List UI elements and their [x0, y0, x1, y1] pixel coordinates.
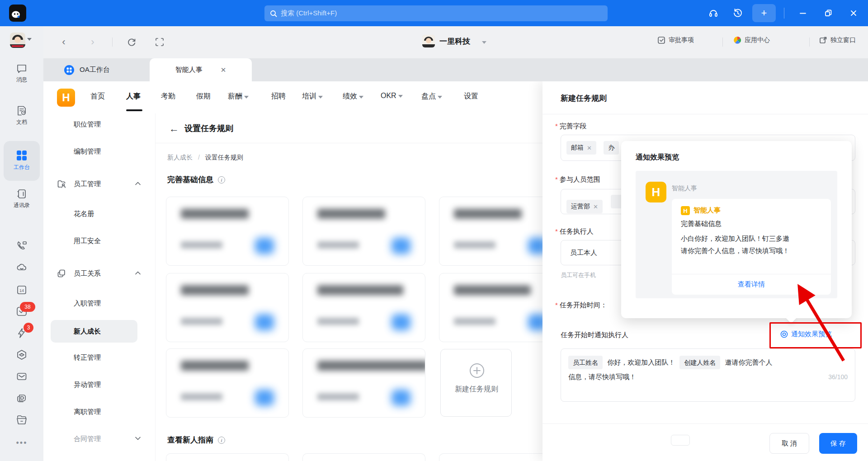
task-rule-card[interactable]	[166, 348, 289, 418]
menu-item-position-mgmt[interactable]: 职位管理	[74, 120, 101, 129]
sidebar-item-todo[interactable]: 38	[0, 306, 43, 317]
workbench-grid-icon	[15, 149, 28, 162]
field-chip-email[interactable]: 邮箱✕	[566, 141, 596, 155]
hidden-partial-button[interactable]	[671, 435, 690, 446]
drawer-divider	[542, 114, 868, 114]
sidebar-item-contacts[interactable]: 通讯录	[0, 188, 43, 209]
minimize-button[interactable]	[794, 4, 812, 22]
nav-leave[interactable]: 假期	[196, 92, 211, 101]
tab-oa-workbench[interactable]: OA工作台	[64, 58, 110, 81]
cancel-button[interactable]: 取 消	[769, 433, 809, 454]
user-avatar[interactable]	[10, 33, 25, 48]
sidebar-item-workbench[interactable]: 工作台	[0, 149, 43, 171]
task-rule-card[interactable]	[166, 197, 289, 266]
left-rail: 消息 文档 工作台 通讯录 14 38	[0, 26, 43, 461]
breadcrumb-parent[interactable]: 新人成长	[167, 154, 193, 161]
info-icon[interactable]: i	[218, 176, 225, 183]
menu-item-transfer-mgmt[interactable]: 异动管理	[74, 381, 101, 389]
dingtalk-logo-icon[interactable]	[9, 5, 26, 22]
d-doc-icon	[16, 392, 28, 404]
org-caret-icon[interactable]	[482, 40, 486, 44]
nav-inventory[interactable]: 盘点	[421, 92, 442, 101]
global-search-input[interactable]: 搜索 (Ctrl+Shift+F)	[264, 5, 608, 21]
standalone-window-button[interactable]: 独立窗口	[819, 36, 856, 44]
sidebar-item-projects[interactable]	[0, 349, 43, 361]
history-icon[interactable]	[729, 4, 747, 22]
var-chip-employee-name[interactable]: 员工姓名	[568, 356, 603, 369]
approval-items-button[interactable]: 审批事项	[657, 36, 694, 44]
menu-item-employee-mgmt[interactable]: 员工管理	[74, 180, 101, 188]
notify-message-textarea[interactable]: 员工姓名 你好，欢迎加入团队！ 创建人姓名 邀请你完善个人 信息，请尽快填写哦！…	[561, 348, 855, 402]
menu-item-regularization-mgmt[interactable]: 转正管理	[74, 353, 101, 362]
save-button[interactable]: 保 存	[819, 433, 857, 454]
capture-button[interactable]	[152, 34, 167, 50]
menu-item-employment-safety[interactable]: 用工安全	[74, 237, 101, 245]
info-icon[interactable]: i	[218, 437, 225, 444]
footer-divider	[542, 423, 868, 424]
nav-training[interactable]: 培训	[302, 92, 323, 101]
nav-home[interactable]: 首页	[90, 92, 105, 101]
sidebar-item-calls[interactable]	[0, 240, 43, 252]
field-label-start-time: *任务开始时间：	[555, 301, 607, 310]
nav-performance[interactable]: 绩效	[343, 92, 363, 101]
titlebar-divider	[784, 8, 784, 19]
message-body: 小白你好，欢迎加入团队！钉三多邀请你完善个人信息，请尽快填写哦！	[681, 232, 823, 257]
nav-payroll[interactable]: 薪酬	[228, 92, 249, 101]
sidebar-item-flash[interactable]: 3	[0, 327, 43, 339]
smart-hr-logo[interactable]: H	[57, 89, 75, 107]
nav-forward-button[interactable]: ›	[85, 34, 100, 50]
tab-close-icon[interactable]: ✕	[221, 66, 226, 74]
add-button[interactable]: +	[752, 4, 776, 22]
task-rule-card[interactable]	[166, 453, 289, 461]
chevron-up-icon[interactable]	[135, 271, 141, 275]
sidebar-item-docs[interactable]: 文档	[0, 105, 43, 126]
menu-item-onboarding-mgmt[interactable]: 入职管理	[74, 299, 101, 308]
chevron-down-icon[interactable]	[135, 436, 141, 441]
task-rule-card[interactable]	[302, 348, 425, 418]
sidebar-more-icon[interactable]: •••	[0, 438, 43, 448]
task-rule-card[interactable]	[166, 273, 289, 342]
sidebar-item-cloud[interactable]	[0, 262, 43, 273]
refresh-button[interactable]	[124, 34, 139, 50]
nav-settings[interactable]: 设置	[464, 92, 478, 101]
nav-okr[interactable]: OKR	[381, 92, 403, 100]
add-task-rule-card[interactable]: 新建任务规则	[440, 349, 512, 417]
sidebar-item-folder[interactable]	[0, 414, 43, 426]
sidebar-item-messages[interactable]: 消息	[0, 62, 43, 84]
nav-recruit[interactable]: 招聘	[271, 92, 286, 101]
sidebar-item-calendar[interactable]: 14	[0, 284, 43, 296]
nav-back-button[interactable]: ‹	[56, 34, 71, 50]
app-center-button[interactable]: 应用中心	[733, 36, 770, 44]
search-placeholder: 搜索 (Ctrl+Shift+F)	[281, 9, 337, 18]
close-window-button[interactable]	[844, 4, 863, 22]
avatar-caret-icon[interactable]	[27, 37, 32, 41]
page-back-icon[interactable]: ←	[169, 123, 179, 135]
chip-remove-icon[interactable]: ✕	[593, 203, 598, 210]
view-detail-link[interactable]: 查看详情	[672, 280, 831, 289]
menu-item-contract-mgmt[interactable]: 合同管理	[74, 435, 101, 443]
menu-item-roster[interactable]: 花名册	[74, 210, 94, 218]
task-rule-card[interactable]	[302, 453, 425, 461]
task-rule-card[interactable]	[302, 273, 425, 342]
nav-hr[interactable]: 人事	[126, 92, 141, 101]
menu-item-newcomer-growth[interactable]: 新人成长	[74, 327, 101, 336]
menu-item-resignation-mgmt[interactable]: 离职管理	[74, 408, 101, 416]
support-headset-icon[interactable]	[704, 4, 722, 22]
menu-item-headcount-mgmt[interactable]: 编制管理	[74, 147, 101, 156]
chip-remove-icon[interactable]: ✕	[587, 145, 592, 151]
caret-down-icon	[318, 96, 323, 99]
scope-chip-dept[interactable]: 运营部✕	[566, 200, 603, 213]
org-name[interactable]: 一里科技	[439, 36, 470, 47]
chevron-up-icon[interactable]	[135, 181, 141, 186]
nav-attendance[interactable]: 考勤	[161, 92, 175, 101]
oa-grid-icon	[64, 65, 74, 75]
sidebar-item-drive[interactable]	[0, 392, 43, 404]
var-chip-creator-name[interactable]: 创建人姓名	[679, 356, 720, 369]
field-label-scope: *参与人员范围	[555, 175, 600, 184]
sidebar-item-mail[interactable]	[0, 371, 43, 382]
restore-window-button[interactable]	[819, 4, 837, 22]
field-chip-partial[interactable]: 办	[604, 141, 619, 155]
task-rule-card[interactable]	[302, 197, 425, 266]
tab-smart-hr[interactable]: 智能人事 ✕	[150, 58, 252, 81]
menu-item-employee-relations[interactable]: 员工关系	[74, 269, 101, 278]
